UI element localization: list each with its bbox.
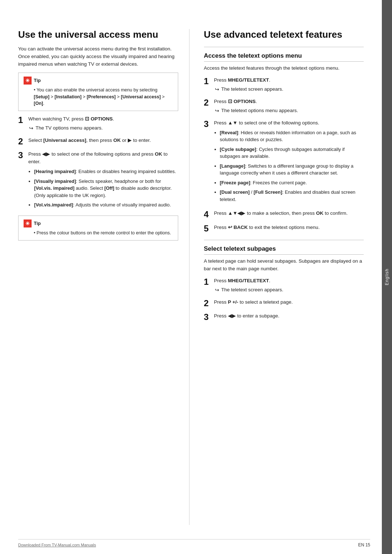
divider-1 bbox=[204, 47, 364, 47]
r-step-5: 5 Press ↩ BACK to exit the teletext opti… bbox=[204, 224, 364, 233]
right-section-title: Use advanced teletext features bbox=[204, 29, 364, 40]
tip-icon-2: ✳ bbox=[24, 219, 32, 227]
step-content-1: When watching TV, press ⊡ OPTIONS. ↪ The… bbox=[28, 115, 178, 132]
r-step-content-3: Press ▲▼ to select one of the following … bbox=[214, 119, 364, 205]
side-tab-label: English bbox=[384, 268, 389, 285]
left-steps: 1 When watching TV, press ⊡ OPTIONS. ↪ T… bbox=[18, 115, 178, 211]
step-num-3: 3 bbox=[18, 151, 25, 160]
r-step3-bullets: [Reveal]: Hides or reveals hidden inform… bbox=[220, 129, 364, 203]
r-step2-arrow: ↪ The teletext options menu appears. bbox=[215, 107, 364, 115]
s2-step-content-3: Press ◀▶ to enter a subpage. bbox=[214, 312, 364, 320]
r-arrow-sym-2: ↪ bbox=[215, 107, 219, 115]
step1-arrow-text: The TV options menu appears. bbox=[36, 124, 103, 132]
section1-intro: Access the teletext features through the… bbox=[204, 65, 364, 72]
s2-step-2: 2 Press P +/- to select a teletext page. bbox=[204, 299, 364, 308]
tip-header-2: ✳ Tip bbox=[24, 219, 173, 227]
subsection-title-2: Select teletext subpages bbox=[204, 245, 364, 255]
r-step-3: 3 Press ▲▼ to select one of the followin… bbox=[204, 119, 364, 205]
r-step-4: 4 Press ▲▼◀▶ to make a selection, then p… bbox=[204, 210, 364, 219]
bullet-volvisimp: [Vol.vis.impaired]: Adjusts the volume o… bbox=[34, 201, 178, 209]
tip-icon-1: ✳ bbox=[24, 77, 32, 85]
s2-step-content-1: Press MHEG/TELETEXT. ↪ The teletext scre… bbox=[214, 277, 364, 294]
r-step-content-5: Press ↩ BACK to exit the teletext option… bbox=[214, 224, 364, 231]
bullet-cycle: [Cycle subpage]: Cycles through subpages… bbox=[220, 146, 364, 160]
tip-content-1: • You can also enable the universal acce… bbox=[34, 87, 173, 107]
step-content-3: Press ◀▶ to select one of the following … bbox=[28, 151, 178, 211]
tip-header-1: ✳ Tip bbox=[24, 77, 173, 85]
s2-step1-arrow-text: The teletext screen appears. bbox=[221, 286, 283, 294]
page: English Use the universal access menu Yo… bbox=[0, 0, 392, 554]
left-step-1: 1 When watching TV, press ⊡ OPTIONS. ↪ T… bbox=[18, 115, 178, 132]
s2-step-1: 1 Press MHEG/TELETEXT. ↪ The teletext sc… bbox=[204, 277, 364, 294]
r-step-content-4: Press ▲▼◀▶ to make a selection, then pre… bbox=[214, 210, 364, 217]
tip1-text: You can also enable the universal access… bbox=[34, 87, 165, 106]
bullet-hearing: [Hearing impaired]: Enables or disables … bbox=[34, 168, 178, 175]
left-intro: You can activate the universal access me… bbox=[18, 45, 178, 68]
content-area: Use the universal access menu You can ac… bbox=[0, 15, 382, 539]
footer: Downloaded From TV-Manual.com Manuals EN… bbox=[18, 539, 370, 547]
r-step-content-2: Press ⊡ OPTIONS. ↪ The teletext options … bbox=[214, 98, 364, 115]
footer-link[interactable]: Downloaded From TV-Manual.com Manuals bbox=[18, 543, 96, 547]
s2-step-3: 3 Press ◀▶ to enter a subpage. bbox=[204, 312, 364, 322]
r-step1-arrow-text: The teletext screen appears. bbox=[221, 86, 283, 94]
s2-arrow-sym-1: ↪ bbox=[215, 287, 219, 294]
tip-label-2: Tip bbox=[34, 221, 41, 226]
left-step-2: 2 Select [Universal access], then press … bbox=[18, 137, 178, 146]
bullet-reveal: [Reveal]: Hides or reveals hidden inform… bbox=[220, 129, 364, 143]
step-num-2: 2 bbox=[18, 137, 25, 146]
step-content-2: Select [Universal access], then press OK… bbox=[28, 137, 178, 144]
s2-step-num-3: 3 bbox=[204, 312, 211, 322]
bullet-language: [Language]: Switches to a different lang… bbox=[220, 163, 364, 177]
section2-steps: 1 Press MHEG/TELETEXT. ↪ The teletext sc… bbox=[204, 277, 364, 322]
bullet-freeze: [Freeze page]: Freezes the current page. bbox=[220, 179, 364, 186]
r-step-num-2: 2 bbox=[204, 98, 211, 107]
right-column: Use advanced teletext features Access th… bbox=[200, 29, 364, 525]
s2-step-num-2: 2 bbox=[204, 299, 211, 308]
r-step-1: 1 Press MHEG/TELETEXT. ↪ The teletext sc… bbox=[204, 77, 364, 94]
s2-step-content-2: Press P +/- to select a teletext page. bbox=[214, 299, 364, 306]
tip-label-1: Tip bbox=[34, 78, 41, 83]
tip-box-2: ✳ Tip • Press the colour buttons on the … bbox=[18, 216, 178, 241]
s2-step1-arrow: ↪ The teletext screen appears. bbox=[215, 286, 364, 294]
subsection-title-1: Access the teletext options menu bbox=[204, 52, 364, 62]
step1-arrow: ↪ The TV options menu appears. bbox=[29, 124, 178, 132]
bullet-visually: [Visually impaired]: Selects speaker, he… bbox=[34, 178, 178, 199]
divider-2 bbox=[204, 240, 364, 240]
r-step-num-5: 5 bbox=[204, 224, 211, 233]
r-step-num-3: 3 bbox=[204, 119, 211, 129]
r-step-num-1: 1 bbox=[204, 77, 211, 86]
left-section-title: Use the universal access menu bbox=[18, 29, 178, 40]
r-step1-arrow: ↪ The teletext screen appears. bbox=[215, 86, 364, 94]
r-step-num-4: 4 bbox=[204, 210, 211, 219]
tip-content-2: • Press the colour buttons on the remote… bbox=[34, 230, 173, 237]
section1-steps: 1 Press MHEG/TELETEXT. ↪ The teletext sc… bbox=[204, 77, 364, 233]
tip2-text: Press the colour buttons on the remote c… bbox=[37, 230, 171, 235]
r-arrow-sym-1: ↪ bbox=[215, 86, 219, 94]
r-step-2: 2 Press ⊡ OPTIONS. ↪ The teletext option… bbox=[204, 98, 364, 115]
footer-page: EN 15 bbox=[358, 542, 370, 547]
s2-step-num-1: 1 bbox=[204, 277, 211, 287]
section2-intro: A teletext page can hold several subpage… bbox=[204, 258, 364, 273]
r-step-content-1: Press MHEG/TELETEXT. ↪ The teletext scre… bbox=[214, 77, 364, 94]
step3-bullets: [Hearing impaired]: Enables or disables … bbox=[34, 168, 178, 209]
left-column: Use the universal access menu You can ac… bbox=[18, 29, 189, 525]
bullet-dual: [Dual screen] / [Full Screen]: Enables a… bbox=[220, 189, 364, 203]
tip-box-1: ✳ Tip • You can also enable the universa… bbox=[18, 73, 178, 111]
left-step-3: 3 Press ◀▶ to select one of the followin… bbox=[18, 151, 178, 211]
side-tab: English bbox=[382, 0, 392, 554]
r-step2-arrow-text: The teletext options menu appears. bbox=[221, 107, 298, 115]
step-num-1: 1 bbox=[18, 115, 25, 125]
arrow-sym-1: ↪ bbox=[29, 125, 33, 132]
